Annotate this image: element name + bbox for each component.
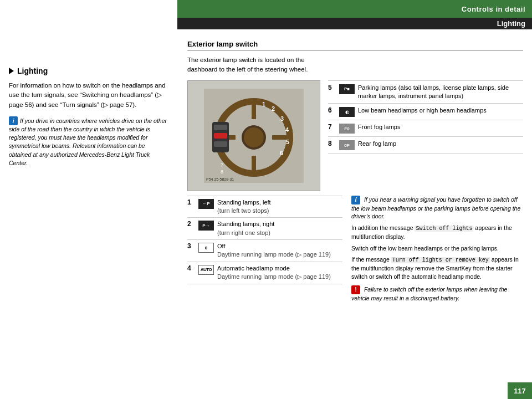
bottom-left-table: 1 ←P Standing lamps, left (turn left two…: [187, 196, 342, 303]
lamp-desc-8: Rear fog lamp: [358, 140, 523, 148]
warning-icon: !: [351, 285, 360, 294]
exterior-intro: The exterior lamp switch is located on t…: [187, 55, 331, 75]
content-bottom: 1 ←P Standing lamps, left (turn left two…: [187, 196, 523, 303]
warning-note: ! Failure to switch off the exterior lam…: [351, 285, 523, 303]
bottom-row-4: 4 AUTO Automatic headlamp mode Daytime r…: [187, 262, 342, 284]
svg-text:8: 8: [221, 169, 223, 175]
lighting-label: Lighting: [497, 19, 525, 28]
svg-text:3: 3: [280, 115, 284, 122]
left-body-text: For information on how to switch on the …: [9, 81, 168, 110]
lamp-num-5: 5: [328, 84, 336, 91]
b-num-4: 4: [187, 264, 195, 272]
svg-rect-15: [214, 125, 227, 130]
lamp-icon-5: P■: [339, 84, 355, 94]
lighting-heading-text: Lighting: [17, 66, 48, 75]
svg-text:P54 25-5828-31: P54 25-5828-31: [206, 177, 234, 181]
bottom-row-2: 2 P→ Standing lamps, right (turn right o…: [187, 218, 342, 240]
lamp-icon-6: ◐: [339, 107, 355, 117]
svg-text:7: 7: [221, 162, 223, 168]
steering-wheel-image: 1 2 3 4 5 6 7 8 P54 25-5828-31: [187, 80, 320, 191]
info-note-text: If you drive in countries where vehicles…: [9, 117, 167, 166]
note2: In addition the message Switch off light…: [351, 224, 523, 241]
svg-text:2: 2: [272, 105, 275, 112]
lamp-row-7: 7 F0 Front fog lamps: [328, 120, 523, 137]
header-bar: Controls in detail: [177, 0, 532, 18]
lamp-num-7: 7: [328, 123, 336, 131]
lamp-num-8: 8: [328, 140, 336, 147]
svg-point-7: [244, 127, 264, 147]
lamp-desc-5: Parking lamps (also tail lamps, license …: [358, 84, 523, 101]
lamp-desc-7: Front fog lamps: [358, 123, 523, 131]
b-desc-1: Standing lamps, left (turn left two stop…: [217, 198, 342, 216]
svg-text:6: 6: [280, 150, 283, 156]
lamp-table: 5 P■ Parking lamps (also tail lamps, lic…: [328, 80, 523, 191]
lamp-desc-6: Low beam headlamps or high beam headlamp…: [358, 106, 523, 115]
lamp-icon-7: F0: [339, 124, 355, 134]
note4: If the message Turn off lights or remove…: [351, 255, 523, 280]
b-icon-1: ←P: [198, 199, 214, 209]
b-num-1: 1: [187, 198, 195, 206]
lighting-subheader: Lighting: [177, 18, 532, 29]
left-column: Lighting For information on how to switc…: [0, 0, 177, 399]
b-icon-3: 0: [198, 243, 214, 253]
right-column: Exterior lamp switch The exterior lamp s…: [177, 32, 532, 310]
exterior-heading: Exterior lamp switch: [187, 40, 523, 51]
svg-text:4: 4: [285, 126, 289, 133]
info-icon: i: [9, 116, 18, 125]
note3: Switch off the low beam headlamps or the…: [351, 244, 523, 253]
b-desc-3: Off Daytime running lamp mode (▷ page 11…: [217, 242, 342, 259]
lamp-row-6: 6 ◐ Low beam headlamps or high beam head…: [328, 104, 523, 120]
b-num-3: 3: [187, 242, 195, 250]
b-desc-2: Standing lamps, right (turn right one st…: [217, 220, 342, 237]
svg-rect-16: [214, 133, 227, 139]
b-num-2: 2: [187, 220, 195, 228]
bottom-right-notes: i If you hear a warning signal you have …: [351, 196, 523, 303]
b-icon-4: AUTO: [198, 265, 214, 275]
b-desc-4: Automatic headlamp mode Daytime running …: [217, 264, 342, 282]
bottom-row-3: 3 0 Off Daytime running lamp mode (▷ pag…: [187, 240, 342, 262]
note1-info-icon: i: [351, 196, 360, 204]
svg-text:1: 1: [262, 101, 265, 108]
page-number: 117: [508, 382, 532, 399]
svg-rect-17: [214, 141, 227, 147]
note1: i If you hear a warning signal you have …: [351, 196, 523, 221]
b-icon-2: P→: [198, 221, 214, 231]
lamp-num-6: 6: [328, 106, 336, 114]
section-title: Controls in detail: [462, 5, 525, 13]
bullet-icon: [9, 68, 14, 74]
lamp-row-8: 8 0F Rear fog lamp: [328, 137, 523, 154]
lamp-row-5: 5 P■ Parking lamps (also tail lamps, lic…: [328, 80, 523, 104]
info-box: iIf you drive in countries where vehicle…: [9, 116, 168, 167]
bottom-row-1: 1 ←P Standing lamps, left (turn left two…: [187, 196, 342, 218]
lamp-icon-8: 0F: [339, 140, 355, 150]
lighting-heading: Lighting: [9, 66, 168, 75]
svg-text:5: 5: [286, 139, 289, 145]
middle-section: 1 2 3 4 5 6 7 8 P54 25-5828-31 5: [187, 80, 523, 191]
